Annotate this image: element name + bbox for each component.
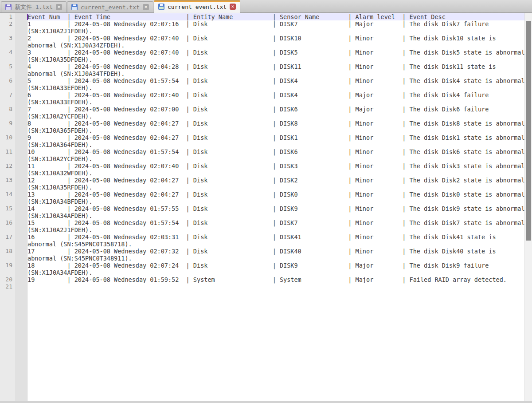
editor-line[interactable]: (SN:X1J0A2J1FDEH). (0, 28, 524, 35)
editor-line[interactable]: 1817 | 2024-05-08 Wednesday 02:07:32 | D… (0, 248, 524, 255)
bookmark-margin-cell (15, 241, 27, 248)
line-text: 18 | 2024-05-08 Wednesday 02:07:24 | Dis… (27, 262, 524, 269)
line-text: 19 | 2024-05-08 Wednesday 01:59:52 | Sys… (27, 276, 524, 283)
tab-label: current_event.txt (168, 4, 227, 10)
editor-line[interactable]: (SN:X1J0A365FDEH). (0, 127, 524, 134)
tab-new-file-1[interactable]: 新文件 1.txt ✕ (1, 1, 66, 12)
floppy-disk-icon (158, 4, 164, 10)
line-text: (SN:X1J0A2J1FDEH). (27, 226, 524, 233)
editor-line[interactable]: 87 | 2024-05-08 Wednesday 02:07:00 | Dis… (0, 106, 524, 113)
editor-line[interactable]: (SN:X1J0A35RFDEH). (0, 184, 524, 191)
editor-line[interactable]: (SN:X1J0A2YCFDEH). (0, 155, 524, 162)
line-text: (SN:X1J0A2YCFDEH). (27, 155, 524, 162)
editor-line[interactable]: 1110 | 2024-05-08 Wednesday 01:57:54 | D… (0, 148, 524, 155)
editor-line[interactable]: 76 | 2024-05-08 Wednesday 02:07:40 | Dis… (0, 91, 524, 99)
line-text: 6 | 2024-05-08 Wednesday 02:07:40 | Disk… (27, 91, 524, 99)
editor-line[interactable]: (SN:X1J0A34BFDEH). (0, 198, 524, 205)
line-text: (SN:X1J0A33EFDEH). (27, 84, 524, 91)
editor-line[interactable]: (SN:X1J0A35DFDEH). (0, 56, 524, 63)
editor-line[interactable]: abnormal (SN:S45PNC0T348911). (0, 255, 524, 262)
line-number: 2 (0, 20, 15, 28)
bookmark-margin-cell (15, 198, 27, 205)
editor-line[interactable]: 21 | 2024-05-08 Wednesday 02:07:16 | Dis… (0, 20, 524, 28)
tab-current-event-2[interactable]: current_event.txt ✕ (154, 0, 240, 13)
editor-line[interactable]: 43 | 2024-05-08 Wednesday 02:07:40 | Dis… (0, 49, 524, 56)
line-number (0, 28, 15, 35)
line-number: 3 (0, 35, 15, 42)
scrollbar-thumb[interactable] (526, 21, 531, 241)
line-number (0, 184, 15, 191)
editor-line[interactable]: 1211 | 2024-05-08 Wednesday 02:07:40 | D… (0, 162, 524, 170)
line-number (0, 269, 15, 276)
line-number (0, 198, 15, 205)
editor-line[interactable]: 21 (0, 283, 524, 290)
editor-line[interactable]: 1413 | 2024-05-08 Wednesday 02:04:27 | D… (0, 191, 524, 198)
editor-line[interactable]: abnormal (SN:X1J0A34ZFDEH). (0, 42, 524, 49)
editor-line[interactable]: (SN:X1J0A32WFDEH). (0, 170, 524, 177)
editor-line[interactable]: abnormal (SN:X1J0A34TFDEH). (0, 70, 524, 77)
line-text: 15 | 2024-05-08 Wednesday 01:57:54 | Dis… (27, 219, 525, 226)
editor-line[interactable]: 1Event Num | Event Time | Entity Name | … (0, 13, 524, 20)
text-caret (27, 14, 28, 20)
line-text: (SN:X1J0A2J1FDEH). (27, 28, 524, 35)
line-text: 16 | 2024-05-08 Wednesday 02:03:31 | Dis… (27, 233, 524, 241)
editor-line[interactable]: 98 | 2024-05-08 Wednesday 02:04:27 | Dis… (0, 120, 524, 127)
editor-line[interactable]: 1312 | 2024-05-08 Wednesday 02:04:27 | D… (0, 177, 524, 184)
line-number (0, 212, 15, 219)
editor-line[interactable]: (SN:X1J0A34AFDEH). (0, 212, 524, 219)
vertical-scrollbar[interactable] (524, 13, 532, 401)
editor-line[interactable]: 54 | 2024-05-08 Wednesday 02:04:28 | Dis… (0, 63, 524, 70)
editor-line[interactable]: 65 | 2024-05-08 Wednesday 01:57:54 | Dis… (0, 77, 524, 84)
editor-line[interactable]: 1615 | 2024-05-08 Wednesday 01:57:54 | D… (0, 219, 524, 226)
line-number (0, 70, 15, 77)
bookmark-margin-cell (15, 191, 27, 198)
editor-line[interactable]: 109 | 2024-05-08 Wednesday 02:04:27 | Di… (0, 134, 524, 141)
editor-line[interactable]: (SN:X1J0A34AFDEH). (0, 269, 524, 276)
close-icon[interactable]: ✕ (56, 4, 62, 10)
tab-current-event-1[interactable]: current_event.txt ✕ (67, 1, 153, 12)
bookmark-margin-cell (15, 141, 27, 148)
line-text: (SN:X1J0A33EFDEH). (27, 99, 524, 106)
editor-area[interactable]: 1Event Num | Event Time | Entity Name | … (0, 13, 532, 401)
editor-line[interactable]: (SN:X1J0A33EFDEH). (0, 84, 524, 91)
bookmark-margin-cell (15, 170, 27, 177)
line-number: 4 (0, 49, 15, 56)
line-text: 4 | 2024-05-08 Wednesday 02:04:28 | Disk… (27, 63, 524, 70)
line-number (0, 56, 15, 63)
editor-line[interactable]: 1514 | 2024-05-08 Wednesday 01:57:55 | D… (0, 205, 524, 212)
bookmark-margin-cell (15, 120, 27, 127)
text-content[interactable]: 1Event Num | Event Time | Entity Name | … (0, 13, 524, 290)
editor-line[interactable]: (SN:X1J0A2J1FDEH). (0, 226, 524, 233)
close-icon[interactable]: ✕ (230, 4, 236, 10)
bookmark-margin-cell (15, 28, 27, 35)
bookmark-margin-cell (15, 269, 27, 276)
editor-line[interactable]: abnormal (SN:S45PNC0T358718). (0, 241, 524, 248)
bookmark-margin-cell (15, 106, 27, 113)
line-text: abnormal (SN:S45PNC0T348911). (27, 255, 524, 262)
editor-line[interactable]: 1716 | 2024-05-08 Wednesday 02:03:31 | D… (0, 233, 524, 241)
editor-line[interactable]: (SN:X1J0A364FDEH). (0, 141, 524, 148)
close-icon[interactable]: ✕ (143, 4, 149, 10)
line-number (0, 127, 15, 134)
line-text: (SN:X1J0A34AFDEH). (27, 269, 524, 276)
editor-line[interactable]: (SN:X1J0A2YCFDEH). (0, 113, 524, 120)
line-number: 9 (0, 120, 15, 127)
line-text: 1 | 2024-05-08 Wednesday 02:07:16 | Disk… (27, 20, 524, 28)
editor-line[interactable]: (SN:X1J0A33EFDEH). (0, 99, 524, 106)
bookmark-margin-cell (15, 255, 27, 262)
editor-line[interactable]: 1918 | 2024-05-08 Wednesday 02:07:24 | D… (0, 262, 524, 269)
line-text: 3 | 2024-05-08 Wednesday 02:07:40 | Disk… (27, 49, 525, 56)
floppy-disk-icon (5, 4, 12, 10)
bookmark-margin-cell (15, 148, 27, 155)
line-number: 21 (0, 283, 15, 290)
line-text: 11 | 2024-05-08 Wednesday 02:07:40 | Dis… (27, 162, 525, 170)
line-number: 10 (0, 134, 15, 141)
line-number: 20 (0, 276, 15, 283)
line-text: 7 | 2024-05-08 Wednesday 02:07:00 | Disk… (27, 106, 524, 113)
bookmark-margin-cell (15, 70, 27, 77)
line-number: 17 (0, 233, 15, 241)
bookmark-margin-cell (15, 113, 27, 120)
editor-line[interactable]: 32 | 2024-05-08 Wednesday 02:07:40 | Dis… (0, 35, 524, 42)
editor-line[interactable]: 2019 | 2024-05-08 Wednesday 01:59:52 | S… (0, 276, 524, 283)
line-number: 5 (0, 63, 15, 70)
